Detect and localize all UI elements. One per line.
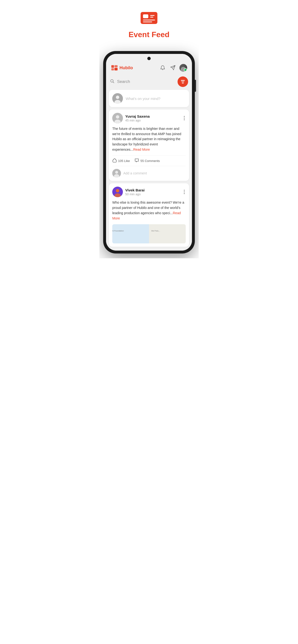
post-author-name-2: Vivek Barai <box>125 188 145 192</box>
feed-content: What's on your mind? Yuv <box>106 90 192 250</box>
filter-button[interactable] <box>178 76 188 87</box>
svg-text:the Futu...: the Futu... <box>152 230 160 232</box>
comment-icon-1 <box>135 158 139 164</box>
mind-card[interactable]: What's on your mind? <box>109 90 189 107</box>
comment-button-1[interactable]: 55 Comments <box>135 158 160 164</box>
svg-point-15 <box>116 115 119 118</box>
svg-rect-5 <box>143 22 152 22</box>
post-card-2: Vivek Barai 50 min ago Who else is lovin… <box>109 183 189 247</box>
svg-rect-25 <box>149 224 186 244</box>
camera-notch <box>106 54 192 62</box>
svg-rect-9 <box>114 68 117 70</box>
svg-rect-2 <box>150 15 155 16</box>
svg-rect-8 <box>114 65 117 67</box>
comment-placeholder-1: Add a comment <box>123 171 147 175</box>
post-time-2: 50 min ago <box>125 192 145 196</box>
comment-avatar-1 <box>112 169 121 178</box>
post-author-info-2: Vivek Barai 50 min ago <box>125 188 145 196</box>
post-actions-1: 105 Like 55 Comments <box>112 156 186 166</box>
post-text-1: The future of events is brighter than ev… <box>112 126 186 152</box>
svg-text:Knight Foundation: Knight Foundation <box>112 230 124 232</box>
event-feed-icon <box>139 10 159 26</box>
post-card-1: Yuvraj Saxena 45 min ago The future of e… <box>109 110 189 181</box>
mind-input-placeholder[interactable]: What's on your mind? <box>126 96 186 100</box>
svg-point-10 <box>111 80 113 82</box>
svg-rect-4 <box>143 20 155 20</box>
search-placeholder: Search <box>117 79 130 84</box>
comment-count-1: 55 Comments <box>140 159 160 163</box>
svg-rect-24 <box>112 224 149 244</box>
post-image-preview-2: Knight Foundation the Futu... <box>112 224 186 244</box>
phone-mockup: Hubilo <box>103 51 195 254</box>
page-header: Event Feed <box>99 0 199 46</box>
brand-name: Hubilo <box>119 66 133 70</box>
post-author-2: Vivek Barai 50 min ago <box>112 187 145 197</box>
svg-point-12 <box>116 96 119 99</box>
like-button-1[interactable]: 105 Like <box>112 158 130 164</box>
post-author-name-1: Yuvraj Saxena <box>125 114 150 118</box>
post-more-menu-1[interactable] <box>183 116 186 121</box>
search-icon <box>110 79 115 85</box>
post-avatar-1 <box>112 113 123 124</box>
search-bar[interactable]: Search <box>110 79 175 85</box>
svg-rect-6 <box>111 65 114 68</box>
page-title: Event Feed <box>129 30 170 39</box>
send-icon[interactable] <box>169 64 176 71</box>
mind-avatar <box>112 93 123 104</box>
post-header-2: Vivek Barai 50 min ago <box>112 187 186 197</box>
search-bar-container: Search <box>106 74 192 90</box>
svg-point-18 <box>115 171 118 174</box>
post-author-info-1: Yuvraj Saxena 45 min ago <box>125 114 150 122</box>
post-more-menu-2[interactable] <box>183 189 186 194</box>
notification-icon[interactable] <box>159 64 166 71</box>
user-avatar-header[interactable] <box>180 64 187 72</box>
svg-point-21 <box>116 189 119 192</box>
post-text-2: Who else is loving this awesome event? W… <box>112 200 186 221</box>
hubilo-logo-icon <box>111 64 118 72</box>
svg-rect-1 <box>143 14 148 18</box>
header-icons-group <box>159 64 187 72</box>
post-time-1: 45 min ago <box>125 118 150 122</box>
app-nav-header: Hubilo <box>106 62 192 74</box>
filter-icon <box>181 80 185 84</box>
svg-rect-7 <box>111 68 114 70</box>
post-author-1: Yuvraj Saxena 45 min ago <box>112 113 150 124</box>
read-more-1[interactable]: Read More <box>133 148 150 152</box>
like-icon-1 <box>112 158 117 164</box>
phone-side-buttons <box>195 80 196 92</box>
comment-box-1[interactable]: Add a comment <box>112 169 186 178</box>
app-logo[interactable]: Hubilo <box>111 64 133 72</box>
svg-rect-3 <box>150 17 153 18</box>
like-count-1: 105 Like <box>118 159 130 163</box>
phone-screen: Hubilo <box>106 54 192 250</box>
camera-dot <box>147 57 151 60</box>
post-avatar-2 <box>112 187 123 197</box>
post-header-1: Yuvraj Saxena 45 min ago <box>112 113 186 124</box>
